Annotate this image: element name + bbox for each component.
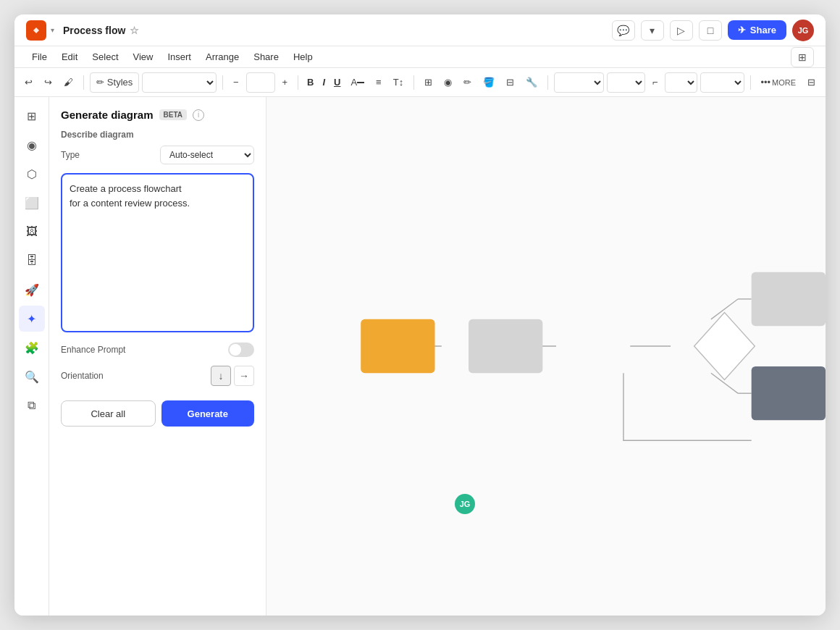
comment-button[interactable]: 💬 (612, 20, 635, 41)
divider-4 (413, 75, 414, 90)
sidebar-icon-search[interactable]: 🔍 (19, 364, 45, 390)
menu-insert[interactable]: Insert (161, 50, 197, 64)
font-size-increase[interactable]: + (278, 72, 293, 93)
enhance-row: Enhance Prompt (61, 343, 254, 357)
line-style-select[interactable] (554, 72, 604, 93)
sidebar-icon-data[interactable]: 🗄 (19, 248, 45, 274)
camera-button[interactable]: □ (699, 20, 722, 41)
underline-button[interactable]: U (331, 72, 343, 93)
user-cursor: JG (455, 494, 475, 514)
sidebar-icon-components[interactable]: ⧉ (19, 392, 45, 419)
app-logo (26, 20, 46, 41)
sidebar-icon-palette[interactable]: ◉ (19, 132, 45, 158)
share-icon: ✈ (738, 25, 746, 35)
menu-file[interactable]: File (26, 50, 53, 64)
extra-button[interactable]: 🔧 (521, 72, 542, 93)
line-width-select[interactable] (607, 72, 645, 93)
menu-help[interactable]: Help (287, 50, 319, 64)
paint-format-button[interactable]: 🖌 (59, 72, 77, 93)
shape-rect1 (361, 319, 434, 373)
divider-3 (298, 75, 298, 90)
orientation-horizontal-button[interactable]: → (234, 366, 254, 386)
sidebar-icon-plugins[interactable]: 🧩 (19, 335, 45, 361)
chevron-down-button[interactable]: ▾ (641, 20, 664, 41)
avatar: JG (792, 20, 814, 41)
orientation-buttons: ↓ → (211, 366, 254, 386)
cursor-initials: JG (460, 500, 471, 508)
divider-5 (547, 75, 548, 90)
canvas-area[interactable]: ✓ JG (266, 97, 826, 616)
prompt-textarea[interactable]: Create a process flowchart for a content… (61, 173, 254, 332)
line-color-button[interactable]: ✏ (459, 72, 476, 93)
fill-color-button[interactable]: ◉ (440, 72, 456, 93)
menu-share[interactable]: Share (248, 50, 285, 64)
sidebar-icon-grid[interactable]: ⊞ (19, 103, 45, 129)
sidebar-icon-images[interactable]: 🖼 (19, 219, 45, 245)
divider-6 (750, 75, 751, 90)
type-row: Type Auto-select Flowchart Sequence ERD … (61, 146, 254, 164)
panel-title: Generate diagram (61, 109, 154, 121)
align-button[interactable]: ≡ (371, 72, 386, 93)
orientation-row: Orientation ↓ → (61, 366, 254, 386)
styles-label: Styles (107, 77, 133, 88)
font-size-decrease[interactable]: − (229, 72, 243, 93)
undo-button[interactable]: ↩ (20, 72, 37, 93)
type-select[interactable]: Auto-select Flowchart Sequence ERD Mind … (160, 146, 254, 164)
present-button[interactable]: ▷ (670, 20, 693, 41)
redo-button[interactable]: ↪ (40, 72, 56, 93)
bold-button[interactable]: B (304, 72, 316, 93)
menu-edit[interactable]: Edit (56, 50, 83, 64)
menu-select[interactable]: Select (86, 50, 124, 64)
favorite-icon[interactable]: ☆ (130, 25, 139, 36)
enhance-toggle[interactable] (228, 343, 254, 357)
sidebar-icon-integrations[interactable]: 🚀 (19, 277, 45, 303)
clear-all-button[interactable]: Clear all (61, 400, 156, 427)
info-icon[interactable]: i (193, 109, 204, 121)
title-text: Process flow (63, 25, 125, 36)
app-window: ▾ Process flow ☆ 💬 ▾ ▷ □ ✈ Share JG File… (14, 14, 826, 616)
divider-2 (222, 75, 223, 90)
sidebar-icon-shapes[interactable]: ⬡ (19, 161, 45, 187)
font-select[interactable] (142, 72, 217, 93)
generate-button[interactable]: Generate (161, 400, 255, 427)
share-label: Share (750, 25, 776, 35)
sidebar-icon-ai[interactable]: ✦ (19, 306, 45, 332)
divider-1 (83, 75, 84, 90)
sidebar-toggle-button[interactable]: ⊟ (803, 72, 820, 93)
table-button[interactable]: ⊟ (502, 72, 518, 93)
orientation-vertical-button[interactable]: ↓ (211, 366, 231, 386)
menu-bar: File Edit Select View Insert Arrange Sha… (14, 46, 826, 68)
font-color-button[interactable]: A (346, 72, 369, 93)
diagram-svg: ✓ (266, 97, 826, 616)
left-sidebar: ⊞ ◉ ⬡ ⬜ 🖼 🗄 🚀 ✦ 🧩 🔍 ⧉ (14, 97, 49, 616)
left-panel: Generate diagram BETA i Describe diagram… (49, 97, 266, 616)
grid-layout-icon[interactable]: ⊞ (791, 47, 814, 67)
more-label: MORE (772, 78, 796, 87)
beta-badge: BETA (159, 109, 187, 120)
shape-rect3 (752, 272, 826, 326)
enhance-label: Enhance Prompt (61, 345, 125, 355)
menu-arrange[interactable]: Arrange (200, 50, 245, 64)
logo-chevron[interactable]: ▾ (51, 26, 54, 34)
fill-toggle-button[interactable]: 🪣 (479, 72, 499, 93)
action-buttons: Clear all Generate (61, 400, 254, 427)
font-size-input[interactable] (246, 72, 275, 93)
share-button[interactable]: ✈ Share (728, 20, 786, 40)
italic-button[interactable]: I (319, 72, 328, 93)
arrow-end-select[interactable] (665, 72, 697, 93)
text-format-button[interactable]: T↕ (389, 72, 408, 93)
brush-icon: ✏ (96, 77, 104, 88)
arrow-style-select[interactable] (700, 72, 744, 93)
styles-dropdown[interactable]: ✏ Styles (90, 72, 139, 93)
insert-shape-button[interactable]: ⊞ (420, 72, 437, 93)
corner-style-button[interactable]: ⌐ (648, 72, 663, 93)
orientation-label: Orientation (61, 371, 104, 381)
toolbar: ↩ ↪ 🖌 ✏ Styles − + B I U A ≡ T↕ ⊞ ◉ ✏ 🪣 … (14, 68, 826, 97)
document-title: Process flow ☆ (63, 25, 139, 36)
menu-view[interactable]: View (127, 50, 159, 64)
sidebar-icon-layers[interactable]: ⬜ (19, 190, 45, 216)
panel-header: Generate diagram BETA i (61, 109, 254, 121)
more-button[interactable]: ••• MORE (756, 72, 800, 93)
more-dots-icon: ••• (760, 77, 770, 88)
type-label: Type (61, 150, 80, 160)
